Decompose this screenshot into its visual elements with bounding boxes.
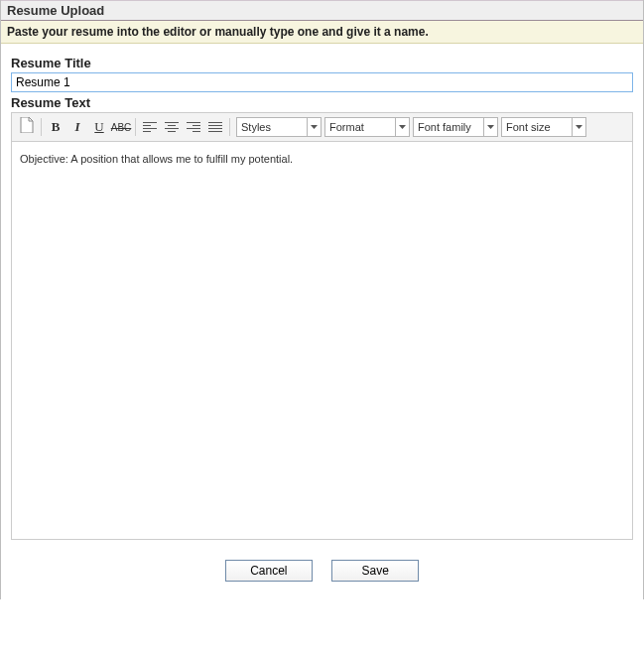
save-button[interactable]: Save xyxy=(331,560,419,582)
toolbar-separator xyxy=(229,118,230,136)
align-center-icon xyxy=(165,122,179,132)
align-justify-icon xyxy=(208,122,222,132)
toolbar-separator xyxy=(41,118,42,136)
resume-title-input[interactable] xyxy=(11,72,633,92)
instruction-text: Paste your resume into the editor or man… xyxy=(1,21,643,44)
strikethrough-button[interactable]: ABC xyxy=(110,116,132,138)
font-size-dropdown-label: Font size xyxy=(506,121,568,133)
action-button-row: Cancel Save xyxy=(1,548,643,599)
chevron-down-icon xyxy=(307,118,321,136)
chevron-down-icon xyxy=(483,118,497,136)
new-document-icon xyxy=(20,117,34,137)
new-document-button[interactable] xyxy=(16,116,38,138)
toolbar-separator xyxy=(135,118,136,136)
font-size-dropdown[interactable]: Font size xyxy=(501,117,586,137)
align-right-button[interactable] xyxy=(183,116,204,138)
format-dropdown-label: Format xyxy=(329,121,391,133)
resume-text-label: Resume Text xyxy=(11,95,633,110)
format-dropdown[interactable]: Format xyxy=(324,117,410,137)
cancel-button[interactable]: Cancel xyxy=(225,560,313,582)
chevron-down-icon xyxy=(395,118,409,136)
resume-title-label: Resume Title xyxy=(11,56,633,70)
styles-dropdown-label: Styles xyxy=(241,121,303,133)
align-justify-button[interactable] xyxy=(204,116,226,138)
editor-toolbar: B I U ABC xyxy=(12,113,632,142)
align-left-button[interactable] xyxy=(139,116,161,138)
align-right-icon xyxy=(187,122,200,132)
resume-upload-panel: Resume Upload Paste your resume into the… xyxy=(0,0,644,599)
styles-dropdown[interactable]: Styles xyxy=(236,117,322,137)
panel-title: Resume Upload xyxy=(1,0,643,21)
italic-button[interactable]: I xyxy=(66,116,88,138)
rich-text-editor: B I U ABC xyxy=(11,112,633,540)
form-area: Resume Title Resume Text B I U ABC xyxy=(1,44,643,548)
chevron-down-icon xyxy=(572,118,585,136)
font-family-dropdown[interactable]: Font family xyxy=(413,117,498,137)
align-left-icon xyxy=(143,122,157,132)
bold-button[interactable]: B xyxy=(45,116,66,138)
underline-button[interactable]: U xyxy=(88,116,110,138)
align-center-button[interactable] xyxy=(161,116,183,138)
editor-content-area[interactable]: Objective: A position that allows me to … xyxy=(12,142,632,539)
font-family-dropdown-label: Font family xyxy=(418,121,479,133)
